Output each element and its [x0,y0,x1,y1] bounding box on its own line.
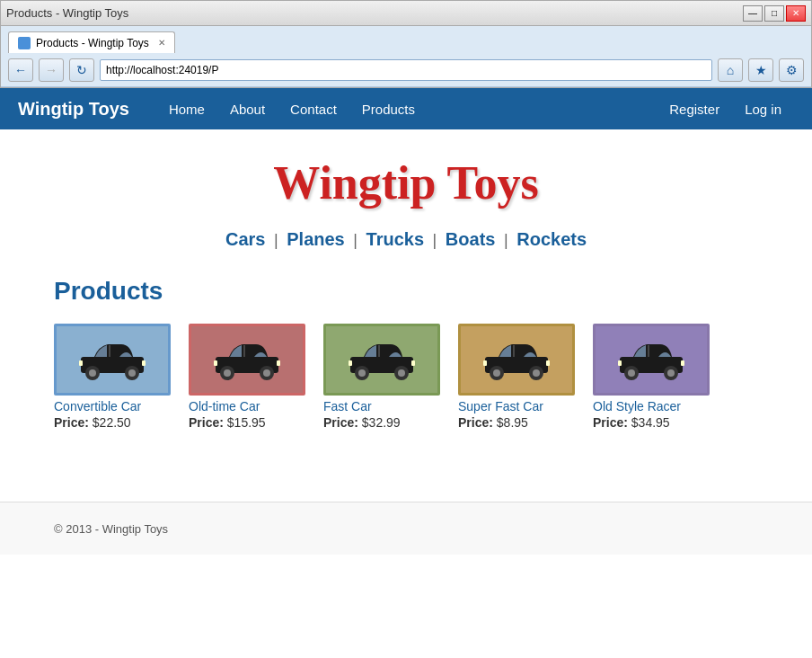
url-text: http://localhost:24019/P [106,64,218,76]
svg-rect-6 [79,360,83,366]
product-link-1[interactable]: Old-time Car [189,399,260,413]
maximize-button[interactable]: □ [764,5,784,22]
product-image [593,324,710,396]
product-price-3: Price: $8.95 [458,415,528,430]
product-price-2: Price: $32.99 [323,415,401,430]
title-bar: Products - Wingtip Toys — □ ✕ [1,1,811,26]
svg-rect-30 [483,360,487,366]
product-link-0[interactable]: Convertible Car [54,399,141,413]
svg-point-18 [358,369,366,377]
svg-rect-14 [214,360,217,366]
svg-rect-21 [411,360,415,366]
tab-title: Products - Wingtip Toys [36,37,149,49]
address-bar: ← → ↻ http://localhost:24019/P ⌂ ★ ⚙ [1,53,811,87]
home-button[interactable]: ⌂ [718,58,743,82]
cat-planes[interactable]: Planes [287,229,344,249]
product-link-4[interactable]: Old Style Racer [593,399,681,413]
svg-point-28 [533,369,540,377]
tab-close-button[interactable]: ✕ [158,38,165,48]
cat-sep-4: | [504,231,508,249]
cat-trucks[interactable]: Trucks [366,229,424,249]
browser-window: Products - Wingtip Toys — □ ✕ Products -… [0,0,812,88]
svg-rect-5 [142,360,146,366]
hero-section: Wingtip Toys [0,129,812,218]
product-link-2[interactable]: Fast Car [323,399,372,413]
settings-button[interactable]: ⚙ [779,58,804,82]
nav-home[interactable]: Home [156,88,217,129]
footer-text: © 2013 - Wingtip Toys [54,522,168,536]
product-image [458,324,575,396]
svg-point-36 [667,369,675,377]
category-bar: Cars | Planes | Trucks | Boats | Rockets [0,218,812,268]
nav-links: Home About Contact Products [156,88,657,129]
nav-register[interactable]: Register [657,88,732,129]
cat-cars[interactable]: Cars [225,229,265,249]
svg-point-20 [398,369,405,377]
site-content: Wingtip Toys Home About Contact Products… [0,88,812,658]
product-item[interactable]: Old-time Car Price: $15.95 [189,324,305,430]
product-image [54,324,171,396]
cat-boats[interactable]: Boats [446,229,496,249]
page-wrapper: Wingtip Toys Cars | Planes | Trucks | Bo… [0,129,812,658]
nav-login[interactable]: Log in [732,88,794,129]
svg-rect-37 [681,360,684,366]
product-price-1: Price: $15.95 [189,415,266,430]
product-image [323,324,440,396]
product-price-4: Price: $34.95 [593,415,670,430]
nav-contact[interactable]: Contact [278,88,349,129]
nav-right: Register Log in [657,88,794,129]
product-item[interactable]: Convertible Car Price: $22.50 [54,324,171,430]
window-title: Products - Wingtip Toys [6,6,128,20]
products-grid: Convertible Car Price: $22.50 [54,324,758,430]
nav-about[interactable]: About [217,88,278,129]
tab-bar: Products - Wingtip Toys ✕ [1,26,811,53]
close-button[interactable]: ✕ [786,5,806,22]
product-item[interactable]: Old Style Racer Price: $34.95 [593,324,710,430]
svg-point-10 [224,369,231,377]
svg-point-4 [128,369,136,377]
svg-point-12 [263,369,270,377]
product-item[interactable]: Fast Car Price: $32.99 [323,324,440,430]
cat-rockets[interactable]: Rockets [516,229,587,249]
svg-point-26 [493,369,500,377]
svg-rect-13 [277,360,280,366]
product-price-0: Price: $22.50 [54,415,131,430]
favorites-button[interactable]: ★ [748,58,773,82]
cat-sep-2: | [353,231,357,249]
svg-rect-29 [546,360,550,366]
hero-title: Wingtip Toys [18,156,794,209]
browser-tab[interactable]: Products - Wingtip Toys ✕ [8,31,175,53]
svg-rect-22 [349,360,352,366]
navbar: Wingtip Toys Home About Contact Products… [0,88,812,129]
product-link-3[interactable]: Super Fast Car [458,399,543,413]
window-controls: — □ ✕ [743,5,806,22]
tab-favicon [18,37,31,49]
product-image [189,324,305,396]
cat-sep-1: | [274,231,278,249]
footer: © 2013 - Wingtip Toys [0,502,812,555]
url-bar[interactable]: http://localhost:24019/P [100,59,712,81]
minimize-button[interactable]: — [743,5,763,22]
refresh-button[interactable]: ↻ [69,58,94,82]
cat-sep-3: | [433,231,437,249]
forward-button[interactable]: → [39,58,64,82]
svg-rect-38 [618,360,622,366]
title-bar-left: Products - Wingtip Toys [6,6,128,20]
nav-products[interactable]: Products [349,88,428,129]
brand-link[interactable]: Wingtip Toys [18,99,129,120]
svg-point-2 [89,369,96,377]
products-section: Products Converti [0,268,812,466]
back-button[interactable]: ← [8,58,33,82]
svg-point-34 [628,369,635,377]
products-title: Products [54,277,758,306]
product-item[interactable]: Super Fast Car Price: $8.95 [458,324,575,430]
